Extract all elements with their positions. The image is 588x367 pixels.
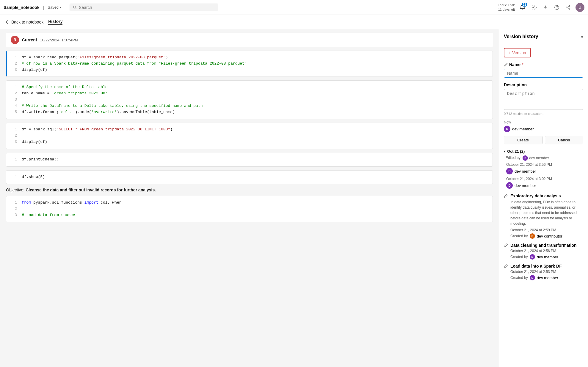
oct21-edited-by: Edited by D dev member bbox=[504, 155, 583, 161]
named-version-cleaning: Data cleaning and transformation October… bbox=[504, 243, 583, 260]
gear-icon bbox=[531, 5, 537, 10]
named-version-load: Load data into a Spark DF October 21, 20… bbox=[504, 264, 583, 280]
notification-count: 11 bbox=[522, 3, 527, 7]
create-version-button[interactable]: Create bbox=[504, 136, 542, 144]
pencil-icon bbox=[504, 194, 508, 198]
pencil-icon bbox=[504, 63, 508, 67]
notebook-area: R Current 10/22/2024, 1:37:4PM 1df = spa… bbox=[0, 29, 499, 367]
notebook-title: Sample_notebook bbox=[4, 5, 40, 10]
code-cell-5: 1df.show(5) bbox=[6, 170, 493, 184]
version-entry-1-user: D dev member bbox=[506, 168, 583, 174]
current-label: Current bbox=[22, 38, 37, 42]
panel-header: Version history » bbox=[499, 29, 588, 44]
help-button[interactable] bbox=[553, 4, 561, 11]
eda-user-avatar: C bbox=[530, 233, 535, 239]
code-cell-2: 1# Specify the name of the Delta table 2… bbox=[6, 80, 493, 119]
panel-title: Version history bbox=[504, 34, 538, 39]
description-input[interactable] bbox=[504, 89, 583, 110]
code-cell-6: 1from pyspark.sql.functions import col, … bbox=[6, 196, 493, 222]
svg-point-0 bbox=[73, 6, 76, 8]
now-label: Now bbox=[504, 120, 583, 124]
code-cell-3: 1df = spark.sql("SELECT * FROM green_tri… bbox=[6, 123, 493, 149]
oct21-version-group: ▾ Oct 21 (2) Edited by D dev member Octo… bbox=[504, 149, 583, 189]
entry1-avatar: D bbox=[506, 168, 513, 174]
svg-point-2 bbox=[533, 7, 535, 8]
cleaning-user-avatar: D bbox=[530, 254, 535, 260]
current-version-header: R Current 10/22/2024, 1:37:4PM bbox=[6, 33, 493, 47]
cancel-button[interactable]: Cancel bbox=[545, 136, 584, 144]
current-date: 10/22/2024, 1:37:4PM bbox=[40, 38, 78, 42]
settings-button[interactable] bbox=[530, 4, 538, 11]
svg-point-7 bbox=[566, 7, 567, 8]
trial-badge: Fabric Trial: 11 days left bbox=[498, 3, 515, 12]
svg-line-9 bbox=[567, 7, 569, 8]
version-entry-2: October 21, 2024 at 3:02 PM D dev member bbox=[504, 177, 583, 189]
oct21-editor-avatar: D bbox=[523, 155, 528, 161]
oct21-group-label: Oct 21 (2) bbox=[507, 149, 525, 154]
now-user-avatar: D bbox=[504, 126, 510, 132]
entry2-avatar: D bbox=[506, 182, 513, 189]
version-entry-1: October 21, 2024 at 3:56 PM D dev member bbox=[504, 163, 583, 174]
new-version-button[interactable]: + Version bbox=[504, 48, 531, 57]
saved-status: Saved ▾ bbox=[48, 5, 61, 10]
objective-text: Objective: Cleanse the data and filter o… bbox=[6, 188, 493, 192]
download-icon bbox=[543, 5, 548, 10]
download-button[interactable] bbox=[542, 4, 549, 11]
search-bar[interactable] bbox=[70, 4, 218, 11]
question-icon bbox=[554, 5, 559, 10]
load-version-user: Created by D dev member bbox=[504, 275, 583, 280]
subheader: Back to notebook History bbox=[0, 15, 588, 29]
now-user-name: dev member bbox=[512, 127, 534, 131]
pencil-icon bbox=[504, 264, 508, 268]
share-button[interactable] bbox=[564, 4, 572, 11]
avatar[interactable]: U bbox=[576, 3, 584, 12]
name-input[interactable] bbox=[504, 69, 583, 78]
back-to-notebook-button[interactable]: Back to notebook bbox=[5, 20, 43, 24]
description-label: Description bbox=[504, 82, 583, 87]
current-user-avatar: R bbox=[11, 36, 19, 44]
history-tab[interactable]: History bbox=[48, 19, 62, 25]
oct21-group-header[interactable]: ▾ Oct 21 (2) bbox=[504, 149, 583, 154]
topbar-right: Fabric Trial: 11 days left 11 bbox=[498, 3, 584, 12]
action-buttons: Create Cancel bbox=[504, 136, 583, 144]
share-icon bbox=[565, 5, 571, 10]
topbar: Sample_notebook | Saved ▾ Fabric Trial: … bbox=[0, 0, 588, 15]
description-section: Description 0/512 maximum characters bbox=[504, 82, 583, 115]
code-cell-1: 1df = spark.read.parquet("Files/green_tr… bbox=[6, 51, 493, 77]
svg-point-6 bbox=[569, 8, 570, 9]
main-layout: R Current 10/22/2024, 1:37:4PM 1df = spa… bbox=[0, 29, 588, 367]
search-icon bbox=[73, 5, 77, 10]
code-cell-4: 1df.printSchema() bbox=[6, 153, 493, 167]
version-history-panel: Version history » + Version Name * bbox=[499, 29, 588, 367]
named-version-eda: Exploratory data analysis In data engine… bbox=[504, 193, 583, 239]
name-label: Name * bbox=[504, 62, 583, 67]
now-user-chip: D dev member bbox=[504, 126, 583, 132]
cleaning-version-user: Created by D dev member bbox=[504, 254, 583, 260]
eda-version-user: Created by C dev contributor bbox=[504, 233, 583, 239]
version-entry-2-user: D dev member bbox=[506, 182, 583, 189]
svg-point-5 bbox=[569, 5, 570, 7]
svg-line-1 bbox=[76, 8, 77, 9]
pencil-icon bbox=[504, 243, 508, 247]
chevron-down-icon: ▾ bbox=[60, 6, 61, 9]
back-arrow-icon bbox=[5, 20, 10, 24]
chevron-down-icon: ▾ bbox=[504, 150, 505, 153]
svg-line-8 bbox=[567, 6, 569, 7]
cell-border bbox=[6, 51, 7, 76]
notifications-button[interactable]: 11 bbox=[518, 3, 527, 12]
search-input[interactable] bbox=[79, 5, 215, 10]
now-section: Now D dev member bbox=[504, 120, 583, 132]
char-count: 0/512 maximum characters bbox=[504, 112, 583, 115]
collapse-panel-button[interactable]: » bbox=[581, 34, 583, 39]
name-section: Name * bbox=[504, 62, 583, 78]
load-user-avatar: D bbox=[530, 275, 535, 280]
panel-body: + Version Name * Description bbox=[499, 44, 588, 367]
svg-point-4 bbox=[556, 8, 557, 9]
